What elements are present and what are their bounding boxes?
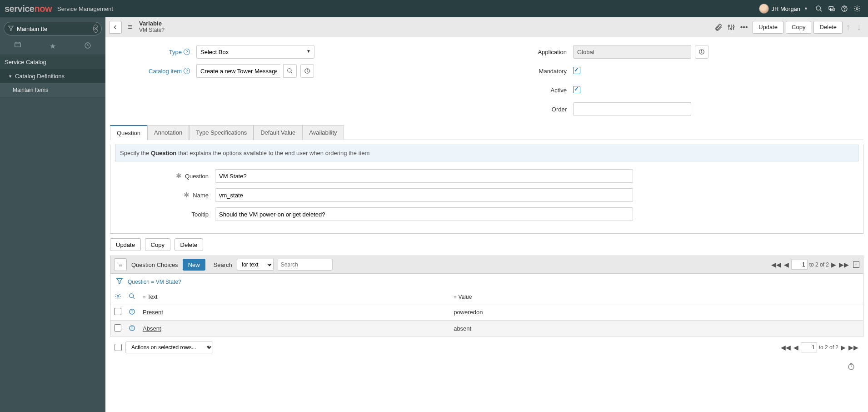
svg-point-6 xyxy=(856,8,858,10)
product-name: Service Management xyxy=(57,5,113,12)
top-banner: servicenow Service Management JR Morgan … xyxy=(0,0,868,17)
caret-down-icon: ▼ xyxy=(804,6,808,11)
logo-text-2: now xyxy=(34,4,52,14)
logo-text-1: service xyxy=(5,4,34,14)
svg-line-1 xyxy=(820,10,822,11)
svg-point-0 xyxy=(816,6,820,10)
chat-icon[interactable] xyxy=(825,2,838,15)
avatar xyxy=(759,4,769,14)
user-name: JR Morgan xyxy=(772,5,801,12)
logo[interactable]: servicenow xyxy=(5,4,52,14)
svg-point-5 xyxy=(844,10,844,10)
settings-icon[interactable] xyxy=(851,2,863,15)
global-search-icon[interactable] xyxy=(813,2,825,15)
help-icon[interactable] xyxy=(838,2,851,15)
user-menu[interactable]: JR Morgan ▼ xyxy=(759,4,808,14)
